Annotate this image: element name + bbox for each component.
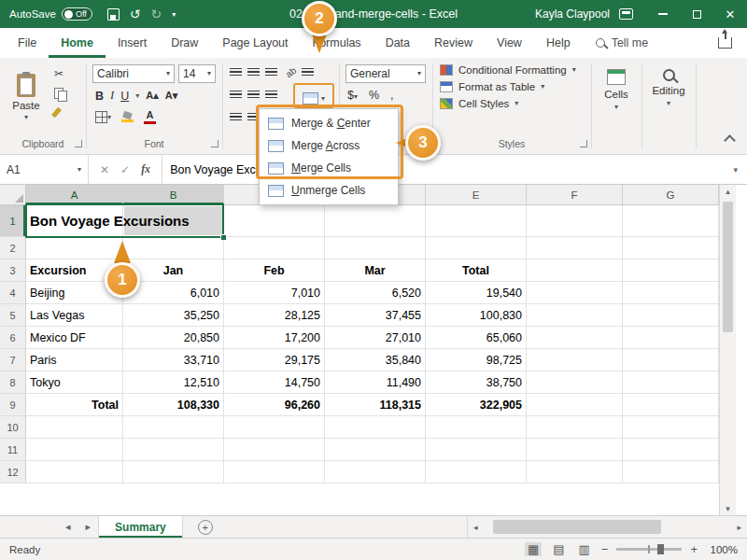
cell-C8[interactable]: 14,750 (224, 371, 325, 394)
cell-D3[interactable]: Mar (325, 259, 426, 282)
save-icon[interactable] (107, 8, 120, 21)
cell-C11[interactable] (224, 439, 325, 461)
tab-data[interactable]: Data (374, 28, 422, 58)
cell-C3[interactable]: Feb (224, 259, 325, 282)
cancel-entry-icon[interactable]: ✕ (100, 163, 109, 176)
underline-caret-icon[interactable]: ▾ (135, 92, 139, 100)
enter-entry-icon[interactable]: ✓ (120, 163, 130, 176)
tell-me[interactable]: Tell me (596, 28, 649, 58)
comma-button[interactable]: , (390, 89, 393, 102)
cell-B7[interactable]: 33,710 (123, 349, 224, 371)
cell-A1[interactable]: Bon Voyage Excursions (26, 205, 123, 237)
cell-D12[interactable] (325, 461, 426, 483)
cell-E8[interactable]: 38,750 (426, 371, 527, 394)
name-box[interactable]: A1 ▾ (0, 155, 89, 184)
cell-F2[interactable] (527, 237, 623, 259)
cell-D1[interactable] (325, 205, 426, 237)
formula-input[interactable]: Bon Voyage Excursions (162, 155, 724, 184)
cell-F4[interactable] (527, 282, 623, 304)
cell-A12[interactable] (26, 461, 123, 483)
cell-F8[interactable] (527, 371, 623, 394)
cell-B9[interactable]: 108,330 (123, 394, 224, 416)
horizontal-scroll-thumb[interactable] (493, 520, 661, 534)
cells-button[interactable]: Cells ▾ (595, 65, 638, 111)
fill-color-button[interactable] (121, 112, 134, 122)
row-header-5[interactable]: 5 (0, 304, 26, 327)
align-top-icon[interactable] (230, 68, 242, 77)
row-header-7[interactable]: 7 (0, 349, 26, 371)
row-header-3[interactable]: 3 (0, 259, 26, 282)
cell-C6[interactable]: 17,200 (224, 327, 325, 349)
cell-A2[interactable] (26, 237, 123, 259)
undo-icon[interactable]: ↺ (130, 7, 141, 21)
page-layout-view-icon[interactable]: ▤ (550, 542, 567, 556)
tab-page-layout[interactable]: Page Layout (210, 28, 300, 58)
tab-home[interactable]: Home (49, 28, 106, 58)
cut-icon[interactable]: ✂ (54, 67, 66, 80)
cell-F6[interactable] (527, 327, 623, 349)
new-sheet-button[interactable]: + (198, 520, 213, 535)
cell-G2[interactable] (623, 237, 719, 259)
editing-button[interactable]: Editing ▾ (645, 65, 692, 107)
format-painter-icon[interactable] (51, 107, 62, 119)
copy-icon[interactable] (54, 88, 66, 100)
cell-A9[interactable]: Total (26, 394, 123, 416)
scroll-left-icon[interactable]: ◂ (468, 523, 484, 532)
cell-F7[interactable] (527, 349, 623, 371)
shrink-font-button[interactable]: A▾ (165, 91, 177, 101)
minimize-button[interactable] (646, 0, 680, 28)
paste-button[interactable]: Paste ▾ (6, 63, 47, 132)
insert-function-icon[interactable]: fx (141, 162, 150, 176)
tab-file[interactable]: File (6, 28, 49, 58)
collapse-ribbon-icon[interactable] (724, 134, 736, 147)
styles-dialog-launcher-icon[interactable] (580, 140, 587, 147)
cell-D4[interactable]: 6,520 (325, 282, 426, 304)
cell-A7[interactable]: Paris (26, 349, 123, 371)
maximize-button[interactable] (680, 0, 713, 28)
cell-D10[interactable] (325, 416, 426, 439)
cell-styles-button[interactable]: Cell Styles▾ (440, 98, 576, 109)
tab-insert[interactable]: Insert (106, 28, 159, 58)
cell-C10[interactable] (224, 416, 325, 439)
cell-B12[interactable] (123, 461, 224, 483)
cell-A11[interactable] (26, 439, 123, 461)
close-button[interactable]: ✕ (713, 0, 747, 28)
scroll-right-icon[interactable]: ▸ (731, 523, 747, 532)
cell-C1[interactable] (224, 205, 325, 237)
cell-B8[interactable]: 12,510 (123, 371, 224, 394)
clipboard-dialog-launcher-icon[interactable] (75, 140, 82, 147)
fill-handle[interactable] (220, 234, 227, 241)
font-color-button[interactable]: BA (144, 110, 156, 124)
cell-D6[interactable]: 27,010 (325, 327, 426, 349)
share-icon[interactable] (718, 37, 732, 49)
cell-C9[interactable]: 96,260 (224, 394, 325, 416)
ribbon-display-options-icon[interactable] (619, 8, 633, 20)
italic-button[interactable]: I (110, 89, 114, 103)
row-header-12[interactable]: 12 (0, 461, 26, 483)
cell-G7[interactable] (623, 349, 719, 371)
cell-F10[interactable] (527, 416, 623, 439)
horizontal-scrollbar[interactable]: ◂ ▸ (467, 516, 747, 538)
align-left-icon[interactable] (230, 91, 242, 100)
column-header-e[interactable]: E (426, 185, 527, 205)
cell-E7[interactable]: 98,725 (426, 349, 527, 371)
format-as-table-button[interactable]: Format as Table▾ (440, 81, 576, 92)
cell-F12[interactable] (527, 461, 623, 483)
select-all-button[interactable] (0, 185, 26, 205)
cell-E9[interactable]: 322,905 (426, 394, 527, 416)
customize-qat-icon[interactable]: ▾ (172, 10, 176, 19)
cell-A10[interactable] (26, 416, 123, 439)
zoom-out-icon[interactable]: − (601, 542, 609, 556)
tab-draw[interactable]: Draw (159, 28, 210, 58)
sheet-nav-right-icon[interactable]: ▸ (78, 516, 99, 538)
align-middle-icon[interactable] (247, 68, 260, 77)
cell-A8[interactable]: Tokyo (26, 371, 123, 394)
cell-A5[interactable]: Las Vegas (26, 304, 123, 327)
grow-font-button[interactable]: A▴ (146, 91, 158, 101)
cell-E11[interactable] (426, 439, 527, 461)
tab-help[interactable]: Help (534, 28, 583, 58)
row-header-9[interactable]: 9 (0, 394, 26, 416)
cell-F9[interactable] (527, 394, 623, 416)
scroll-down-icon[interactable]: ▾ (720, 504, 736, 513)
cell-G10[interactable] (623, 416, 719, 439)
